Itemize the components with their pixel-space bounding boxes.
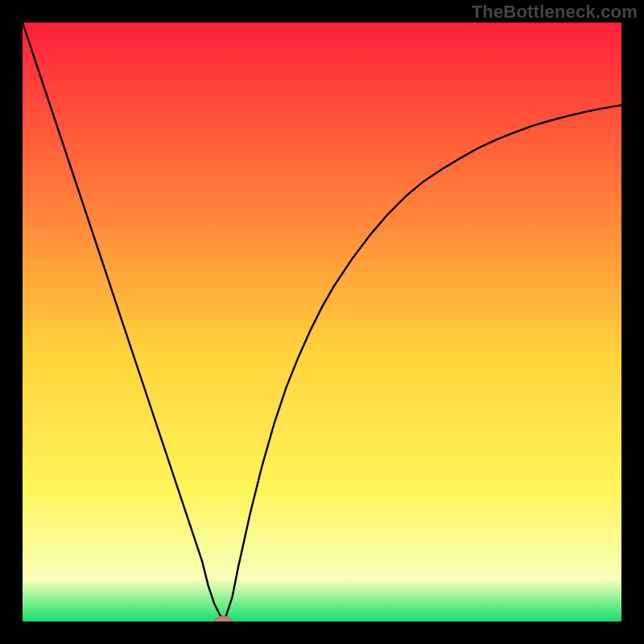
- chart-frame: TheBottleneck.com: [0, 0, 644, 644]
- gradient-background: [23, 23, 621, 621]
- watermark-text: TheBottleneck.com: [472, 2, 638, 23]
- plot-area: [23, 23, 621, 621]
- bottleneck-curve-chart: [23, 23, 621, 621]
